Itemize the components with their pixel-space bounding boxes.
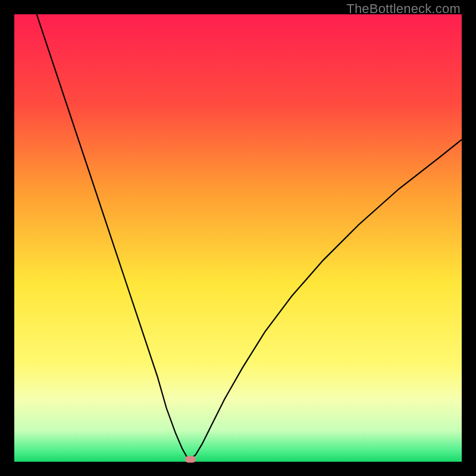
minimum-marker <box>185 456 196 463</box>
chart-frame <box>14 14 462 462</box>
watermark-text: TheBottleneck.com <box>346 1 461 17</box>
gradient-background <box>14 14 462 462</box>
chart-canvas <box>14 14 462 462</box>
